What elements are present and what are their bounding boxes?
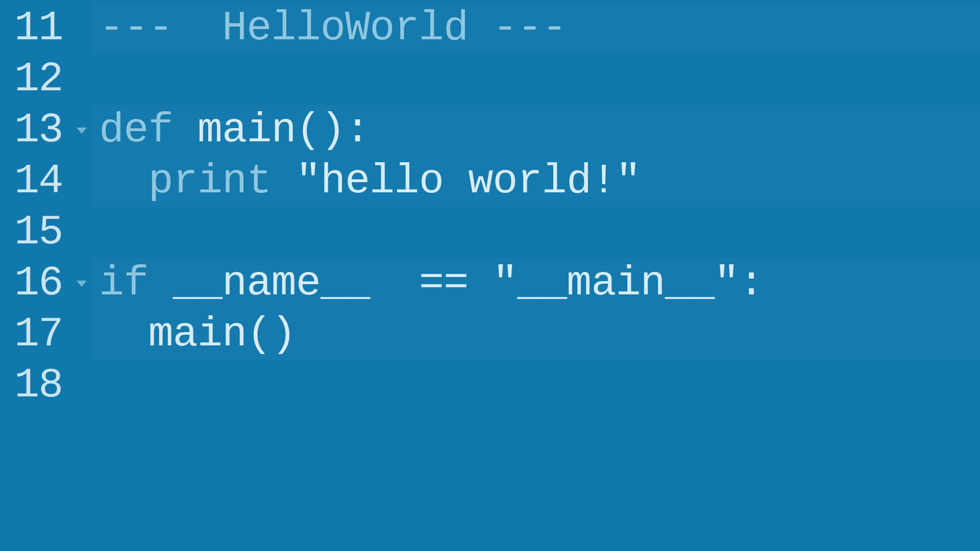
line-number[interactable]: 13 xyxy=(0,105,91,156)
line-number[interactable]: 18 xyxy=(0,360,91,411)
token-default xyxy=(271,158,296,205)
code-line[interactable]: 12 xyxy=(0,54,980,105)
code-content[interactable]: print "hello world!" xyxy=(91,156,980,207)
token-default: == xyxy=(395,260,493,307)
line-number[interactable]: 14 xyxy=(0,156,91,207)
line-number-text: 16 xyxy=(14,260,62,307)
token-default xyxy=(173,107,198,154)
line-number[interactable]: 15 xyxy=(0,207,91,258)
token-default: __name__ xyxy=(148,260,394,307)
line-number[interactable]: 11 xyxy=(0,3,91,54)
code-content[interactable]: def main(): xyxy=(91,105,980,156)
line-number-text: 18 xyxy=(14,362,62,409)
token-keyword: if xyxy=(99,260,148,307)
token-name: main(): xyxy=(198,107,370,154)
token-comment: --- HelloWorld --- xyxy=(99,5,567,52)
line-number[interactable]: 12 xyxy=(0,54,91,105)
line-number[interactable]: 16 xyxy=(0,258,91,309)
fold-toggle-icon[interactable] xyxy=(77,281,87,287)
line-number-text: 15 xyxy=(14,209,62,256)
code-line[interactable]: 18 xyxy=(0,360,980,411)
line-number-text: 14 xyxy=(14,158,62,205)
code-line[interactable]: 13def main(): xyxy=(0,105,980,156)
code-line[interactable]: 14 print "hello world!" xyxy=(0,156,980,207)
token-string: "hello world!" xyxy=(296,158,641,205)
token-default: main() xyxy=(99,311,296,358)
code-content[interactable]: --- HelloWorld --- xyxy=(91,3,980,54)
line-number-text: 13 xyxy=(14,107,62,154)
token-string: "__main__": xyxy=(493,260,763,307)
code-line[interactable]: 15 xyxy=(0,207,980,258)
code-line[interactable]: 11--- HelloWorld --- xyxy=(0,3,980,54)
code-editor[interactable]: 11--- HelloWorld ---1213def main():14 pr… xyxy=(0,0,980,411)
line-number-text: 11 xyxy=(14,5,62,52)
line-number[interactable]: 17 xyxy=(0,309,91,360)
line-number-text: 12 xyxy=(14,56,62,103)
token-keyword: def xyxy=(99,107,173,154)
fold-toggle-icon[interactable] xyxy=(77,128,87,134)
token-builtin: print xyxy=(148,158,271,205)
line-number-text: 17 xyxy=(14,311,62,358)
token-default xyxy=(99,158,148,205)
code-content[interactable]: main() xyxy=(91,309,980,360)
code-content[interactable]: if __name__ == "__main__": xyxy=(91,258,980,309)
code-line[interactable]: 16if __name__ == "__main__": xyxy=(0,258,980,309)
code-line[interactable]: 17 main() xyxy=(0,309,980,360)
